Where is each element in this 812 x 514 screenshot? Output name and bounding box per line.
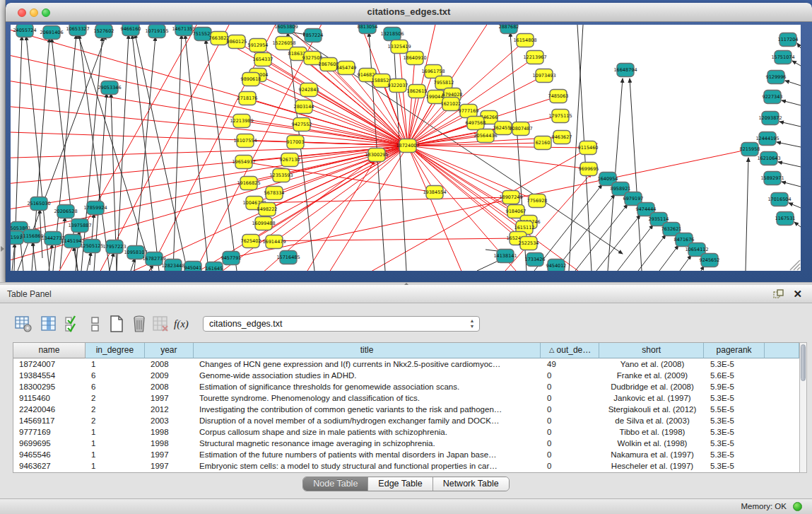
graph-node-label: 20206528 — [54, 209, 77, 214]
graph-node-label: 5912954 — [248, 42, 269, 48]
window-resize-grip[interactable] — [790, 260, 800, 270]
table-body[interactable]: 1872400712008Changes of HCN gene express… — [13, 358, 799, 472]
table-row[interactable]: 2242004622012Investigating the contribut… — [13, 404, 799, 415]
graph-node-label: 18907249 — [499, 194, 522, 200]
cell-short: Stergiakouli et al. (2012) — [600, 404, 705, 415]
close-panel-icon[interactable]: ✕ — [793, 288, 802, 300]
table-row[interactable]: 969969511998Structural magnetic resonanc… — [13, 438, 799, 449]
collapsed-control-panel-strip[interactable] — [0, 0, 6, 282]
graph-node-label: 16154808 — [513, 37, 536, 43]
graph-node-label: 2887682 — [499, 25, 519, 30]
graph-edge — [789, 203, 801, 208]
column-header-out_de…[interactable]: △out_de… — [541, 343, 599, 358]
graph-node-label: 10653327 — [66, 26, 89, 32]
cell-name: 14569117 — [13, 415, 86, 426]
cell-out_de: 0 — [541, 381, 600, 392]
graph-node-label: 9890618 — [241, 76, 261, 82]
graph-node-label: 8958921 — [611, 186, 631, 192]
cell-out_de: 0 — [541, 460, 600, 472]
cell-year: 2008 — [145, 358, 194, 370]
table-row[interactable]: 977716911998Corpus callosum shape and si… — [13, 426, 799, 438]
graph-node-label: 29053346 — [98, 85, 121, 90]
network-window-titlebar[interactable]: citations_edges.txt — [6, 3, 812, 22]
graph-node-label: 17016504 — [767, 197, 791, 202]
cell-out_de: 0 — [541, 449, 600, 460]
table-row[interactable]: 1872400712008Changes of HCN gene express… — [13, 358, 799, 370]
graph-node-label: 917003 — [287, 139, 305, 145]
new-table-icon[interactable] — [107, 315, 126, 333]
table-type-tabs: Node Table Edge Table Network Table — [0, 477, 812, 491]
graph-node-label: 7756928 — [527, 198, 548, 204]
tab-network-table[interactable]: Network Table — [433, 477, 509, 491]
tab-edge-table[interactable]: Edge Table — [368, 477, 433, 491]
graph-node-label: 5498222 — [257, 206, 278, 212]
scrollbar-thumb[interactable] — [801, 344, 806, 381]
graph-node-label: 12213967 — [523, 54, 546, 60]
graph-node-label: 1615112 — [514, 225, 535, 230]
graph-node-label: 2935114 — [649, 216, 669, 222]
graph-node-label: 18724007 — [396, 143, 419, 148]
cell-pagerank: 5.5E-5 — [705, 404, 765, 415]
cell-short: Franke et al. (2009) — [600, 370, 705, 381]
cell-short: Jankovic et al. (1997) — [600, 392, 705, 404]
function-builder-icon[interactable]: f(x) — [174, 315, 192, 333]
graph-node-label: 5678334 — [264, 190, 285, 196]
graph-node-label: 6497568 — [466, 120, 486, 126]
cell-name: 22420046 — [13, 404, 86, 415]
citation-network-graph[interactable]: 2405572420691406106533271527602946616010… — [11, 25, 801, 271]
cell-title: Estimation of significance thresholds fo… — [194, 381, 541, 392]
cell-in_degree: 1 — [86, 426, 145, 438]
table-row[interactable]: 911546021997Tourette syndrome. Phenomeno… — [13, 392, 799, 404]
graph-node-label: 12823448 — [161, 263, 184, 269]
column-header-short[interactable]: short — [599, 343, 704, 358]
graph-edge — [11, 146, 408, 244]
float-panel-icon[interactable] — [773, 289, 784, 299]
graph-node-label: 8454749 — [336, 65, 357, 71]
delete-trash-icon[interactable] — [130, 315, 148, 333]
select-all-rows-icon[interactable] — [64, 315, 82, 333]
node-table[interactable]: namein_degreeyeartitle△out_de…shortpager… — [13, 342, 799, 473]
table-settings-icon[interactable] — [14, 315, 33, 333]
graph-edge — [307, 144, 597, 271]
graph-node-label: 18107554 — [233, 138, 257, 144]
network-canvas[interactable]: 2405572420691406106533271527602946616010… — [11, 25, 801, 271]
panel-expand-arrow-icon[interactable] — [1, 246, 4, 252]
cell-year: 1998 — [145, 438, 194, 449]
graph-edge — [79, 35, 110, 271]
select-column-icon[interactable] — [40, 315, 58, 333]
table-selector-dropdown[interactable]: citations_edges.txt ▲▼ — [203, 316, 480, 332]
table-row[interactable]: 1830029562008Estimation of significance … — [13, 381, 799, 392]
graph-node-label: 8471676 — [674, 237, 695, 243]
graph-node-label: 25165030 — [27, 201, 50, 206]
column-header-year[interactable]: year — [145, 343, 194, 358]
table-row[interactable]: 946362711997Embryonic stem cells: a mode… — [13, 460, 799, 472]
table-vertical-scrollbar[interactable] — [799, 342, 807, 473]
cell-in_degree: 1 — [86, 438, 145, 449]
graph-edge — [777, 142, 801, 147]
graph-edge — [394, 40, 406, 271]
table-header-row[interactable]: namein_degreeyeartitle△out_de…shortpager… — [13, 343, 799, 358]
deselect-rows-icon[interactable] — [86, 315, 105, 333]
column-header-in_degree[interactable]: in_degree — [86, 343, 145, 358]
graph-node-label: 9129996 — [766, 74, 787, 80]
cell-title: Investigating the contribution of common… — [194, 404, 541, 415]
cell-name: 9463627 — [13, 460, 86, 472]
column-header-title[interactable]: title — [194, 343, 541, 358]
dropdown-stepper-icon[interactable]: ▲▼ — [468, 318, 476, 329]
graph-node-label: 1862615 — [407, 88, 428, 94]
table-row[interactable]: 1456911722003Disruption of a novel membe… — [13, 415, 799, 426]
table-row[interactable]: 1938455462009Genome-wide association stu… — [13, 370, 799, 381]
tab-node-table[interactable]: Node Table — [303, 477, 368, 491]
cell-year: 1997 — [145, 392, 194, 404]
graph-edge — [638, 235, 666, 271]
table-row[interactable]: 946554611997Estimation of the future num… — [13, 449, 799, 460]
graph-edge — [87, 252, 91, 271]
graph-node-label: 10807487 — [509, 126, 532, 132]
column-header-spacer[interactable] — [765, 343, 799, 358]
cell-out_de: 0 — [541, 438, 600, 449]
column-header-name[interactable]: name — [13, 343, 86, 358]
graph-node-label: 9322037 — [388, 83, 408, 88]
graph-node-label: 2803144 — [294, 104, 314, 110]
network-window[interactable]: citations_edges.txt 2 — [6, 3, 812, 282]
column-header-pagerank[interactable]: pagerank — [704, 343, 765, 358]
